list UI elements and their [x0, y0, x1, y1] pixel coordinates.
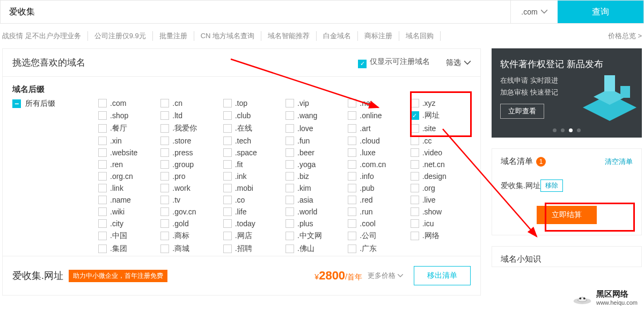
tld-checkbox[interactable]: .beer: [286, 148, 346, 157]
tld-checkbox[interactable]: .mobi: [223, 184, 283, 192]
nav-link[interactable]: 商标注册: [358, 31, 399, 41]
filter-toggle[interactable]: 筛选: [446, 58, 471, 68]
tld-checkbox[interactable]: .org: [411, 184, 471, 192]
tld-checkbox[interactable]: .xin: [98, 136, 158, 145]
tld-checkbox[interactable]: .pro: [160, 172, 221, 181]
tld-checkbox[interactable]: .love: [286, 124, 346, 133]
tld-checkbox[interactable]: .公司: [348, 231, 408, 241]
tld-checkbox[interactable]: .net.cn: [411, 160, 471, 169]
tld-checkbox[interactable]: .design: [411, 172, 471, 181]
tld-checkbox[interactable]: .com: [98, 99, 158, 107]
tld-checkbox[interactable]: .pub: [348, 184, 408, 192]
tld-checkbox[interactable]: .商标: [160, 231, 221, 241]
cart-clear-link[interactable]: 清空清单: [605, 157, 633, 167]
tld-checkbox[interactable]: .商城: [160, 244, 221, 254]
only-registerable-checkbox[interactable]: ✓仅显示可注册域名: [358, 57, 430, 68]
tld-checkbox[interactable]: .tech: [223, 136, 283, 145]
tld-checkbox[interactable]: .video: [411, 148, 471, 157]
tld-checkbox[interactable]: .餐厅: [98, 124, 158, 133]
tld-checkbox[interactable]: .org.cn: [98, 172, 158, 181]
tld-checkbox[interactable]: .中文网: [286, 231, 346, 241]
nav-link[interactable]: 批量注册: [153, 31, 194, 41]
tld-checkbox[interactable]: ✓.网址: [411, 111, 471, 120]
tld-checkbox[interactable]: .tv: [160, 196, 221, 204]
tld-checkbox[interactable]: .club: [223, 111, 283, 120]
tld-checkbox[interactable]: .plus: [286, 219, 346, 228]
tld-checkbox[interactable]: .red: [348, 196, 408, 204]
promo-card[interactable]: 软件著作权登记 新品发布 在线申请 实时跟进 加急审核 快速登记 立即查看: [492, 48, 642, 138]
nav-link[interactable]: CN 地方域名查询: [194, 31, 261, 41]
tld-checkbox[interactable]: .asia: [286, 196, 346, 204]
tld-checkbox[interactable]: .name: [98, 196, 158, 204]
tld-checkbox[interactable]: .招聘: [223, 244, 283, 254]
tld-checkbox[interactable]: .run: [348, 207, 408, 216]
tld-checkbox[interactable]: .fit: [223, 160, 283, 169]
tld-checkbox[interactable]: .网店: [223, 231, 283, 241]
all-suffix-toggle[interactable]: − 所有后缀: [12, 99, 98, 109]
tld-checkbox[interactable]: .luxe: [348, 148, 408, 157]
tld-checkbox[interactable]: .wiki: [98, 207, 158, 216]
tld-checkbox[interactable]: .fun: [286, 136, 346, 145]
tld-checkbox[interactable]: .广东: [348, 244, 408, 254]
tld-checkbox[interactable]: .com.cn: [348, 160, 408, 169]
tld-checkbox[interactable]: .co: [223, 196, 283, 204]
tld-checkbox[interactable]: .top: [223, 99, 283, 107]
tld-checkbox[interactable]: .ren: [98, 160, 158, 169]
tld-checkbox[interactable]: .yoga: [286, 160, 346, 169]
tld-checkbox[interactable]: .group: [160, 160, 221, 169]
tld-checkbox[interactable]: .集团: [98, 244, 158, 254]
tld-checkbox[interactable]: .wang: [286, 111, 346, 120]
tld-checkbox[interactable]: .today: [223, 219, 283, 228]
tld-checkbox[interactable]: .在线: [223, 124, 283, 133]
tld-checkbox[interactable]: .中国: [98, 231, 158, 241]
tld-checkbox[interactable]: .cool: [348, 219, 408, 228]
tld-checkbox[interactable]: .art: [348, 124, 408, 133]
tld-checkbox[interactable]: .shop: [98, 111, 158, 120]
tld-checkbox[interactable]: .vip: [286, 99, 346, 107]
tld-checkbox[interactable]: .xyz: [411, 99, 471, 107]
tld-checkbox[interactable]: .我爱你: [160, 124, 221, 133]
tld-checkbox[interactable]: .网络: [411, 231, 471, 241]
tld-checkbox[interactable]: .gold: [160, 219, 221, 228]
tld-checkbox[interactable]: .work: [160, 184, 221, 192]
tld-checkbox[interactable]: .cn: [160, 99, 221, 107]
tld-checkbox[interactable]: .store: [160, 136, 221, 145]
more-price-link[interactable]: 更多价格: [368, 271, 403, 281]
tld-checkbox[interactable]: .life: [223, 207, 283, 216]
tld-checkbox[interactable]: .live: [411, 196, 471, 204]
nav-link[interactable]: 公司注册仅9.9元: [88, 31, 153, 41]
domain-search-input[interactable]: [1, 1, 510, 23]
tld-checkbox[interactable]: .website: [98, 148, 158, 157]
tld-checkbox[interactable]: .biz: [286, 172, 346, 181]
nav-link[interactable]: 域名智能推荐: [261, 31, 317, 41]
nav-link[interactable]: 白金域名: [317, 31, 358, 41]
tld-checkbox[interactable]: .icu: [411, 219, 471, 228]
tld-dropdown[interactable]: .com: [510, 1, 558, 23]
tld-checkbox[interactable]: .佛山: [286, 244, 346, 254]
remove-from-list-button[interactable]: 移出清单: [414, 266, 471, 285]
tld-checkbox[interactable]: .link: [98, 184, 158, 192]
tld-checkbox[interactable]: .world: [286, 207, 346, 216]
tld-checkbox[interactable]: .ink: [223, 172, 283, 181]
tld-checkbox[interactable]: .ltd: [160, 111, 221, 120]
promo-cta[interactable]: 立即查看: [500, 104, 544, 119]
tld-checkbox[interactable]: .show: [411, 207, 471, 216]
tld-checkbox[interactable]: .info: [348, 172, 408, 181]
tld-checkbox[interactable]: .net: [348, 99, 408, 107]
tld-checkbox[interactable]: .site: [411, 124, 471, 133]
tld-checkbox[interactable]: .city: [98, 219, 158, 228]
tld-checkbox[interactable]: .cloud: [348, 136, 408, 145]
tld-checkbox[interactable]: .kim: [286, 184, 346, 192]
search-button[interactable]: 查询: [558, 1, 643, 23]
carousel-dots[interactable]: [553, 128, 581, 132]
cart-item-remove[interactable]: 移除: [540, 179, 563, 192]
tld-checkbox[interactable]: .cc: [411, 136, 471, 145]
nav-link[interactable]: 域名回购: [399, 31, 441, 41]
tld-checkbox[interactable]: .gov.cn: [160, 207, 221, 216]
nav-link[interactable]: 战疫情 足不出户办理业务: [2, 31, 88, 41]
tld-checkbox[interactable]: .space: [223, 148, 283, 157]
checkout-button[interactable]: 立即结算: [537, 206, 597, 224]
tld-checkbox[interactable]: .press: [160, 148, 221, 157]
tld-checkbox[interactable]: .online: [348, 111, 408, 120]
price-overview-link[interactable]: 价格总览 >: [608, 31, 642, 41]
